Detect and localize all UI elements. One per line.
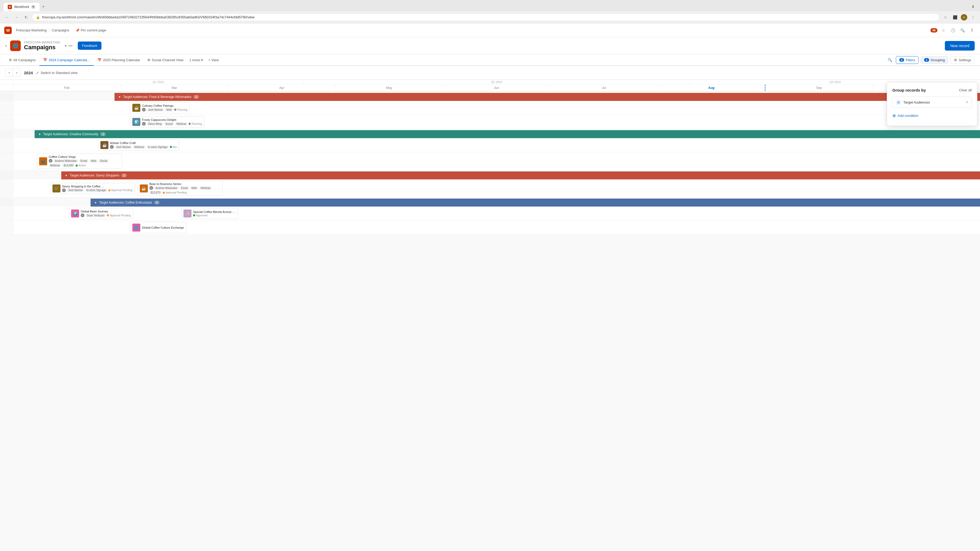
clear-all-btn[interactable]: Clear all — [959, 88, 972, 92]
vlogs-tag-email: Email — [79, 159, 88, 163]
view-tabs: ⊞ All Campaigns 📅 2024 Campaign Calenda.… — [0, 54, 980, 66]
chevron-down-savvy: ▼ — [65, 174, 68, 177]
back-btn[interactable]: ← — [3, 14, 11, 21]
bean-business-status-text: Approval Pending — [165, 191, 187, 194]
user-avatar[interactable]: U — [961, 14, 967, 21]
notification-badge[interactable]: 48 — [931, 28, 937, 32]
artisan-tags: J Jesh Barlow Webinar In-store Signage A… — [110, 145, 177, 149]
bean-business-tag-budget: $12,873 — [150, 191, 162, 194]
tab-2024-calendar[interactable]: 📅 2024 Campaign Calenda... — [40, 55, 94, 66]
culinary-status-dot — [174, 109, 176, 111]
tab-all-campaigns[interactable]: ⊞ All Campaigns — [5, 55, 40, 66]
menu-btn[interactable]: ⋮ — [969, 14, 977, 21]
group-savvy: ▼ Target Audiences: Savvy Shoppers 2 🛒 — [0, 171, 980, 197]
add-condition-btn[interactable]: ⊕ Add condition — [892, 111, 918, 120]
special-blends-card[interactable]: ✨ Special Coffee Blends Across the World… — [181, 208, 238, 219]
new-record-btn[interactable]: New record — [945, 41, 975, 51]
collapse-nav-btn[interactable]: ‹ — [5, 43, 7, 48]
new-tab-btn[interactable]: + — [40, 2, 46, 11]
vlogs-status-text: Active — [78, 164, 86, 167]
vlogs-thumb: 📹 — [39, 157, 47, 165]
group-creative-header-row: ▼ Target Audiences: Creative Community 2 — [0, 130, 980, 138]
global-bean-status-text: Approval Pending — [110, 214, 131, 217]
vlogs-items-area: 📹 Coffee Culture Vlogs A Andrew Watanabe… — [13, 152, 980, 170]
plus-circle-icon: ⊕ — [892, 113, 896, 118]
cal-prev-btn[interactable]: ‹ — [6, 69, 13, 76]
filters-btn[interactable]: 2 Filters — [896, 56, 919, 64]
campaigns-breadcrumb[interactable]: Campaigns — [52, 28, 70, 32]
brand-label[interactable]: Fréscopa Marketing — [16, 28, 46, 32]
calendar-icon-2: 📅 — [97, 58, 102, 62]
frosty-thumb: 🧊 — [132, 118, 140, 126]
page-subtitle: FRÉSCOPA MARKETING — [24, 41, 60, 44]
special-blends-status: Approved — [193, 214, 207, 217]
exchange-info: Global Coffee Culture Exchange — [142, 226, 184, 229]
row-vlogs: 📹 Coffee Culture Vlogs A Andrew Watanabe… — [0, 152, 980, 170]
extensions-btn[interactable]: ⬛ — [951, 14, 959, 21]
browser-chrome: W Workfront ✕ + ⬇ ← → ↻ 🔒 ☆ ⬛ U ⋮ — [0, 0, 980, 24]
add-view-btn[interactable]: + View — [206, 55, 221, 65]
group-enthusiasts-header-row: ▼ Target Audiences: Coffee Enthusiasts 4 — [0, 198, 980, 206]
vlogs-name: Coffee Culture Vlogs — [49, 155, 91, 158]
global-bean-assignee: Sose Yeritsyan — [86, 214, 106, 217]
month-feb: Feb — [13, 85, 121, 91]
savvy-shopping-avatar: J — [62, 189, 66, 192]
group-enthusiasts-header[interactable]: ▼ Target Audiences: Coffee Enthusiasts 4 — [91, 198, 980, 206]
culinary-tags: J Jesh Barlow Web Planning — [142, 108, 188, 111]
bean-business-tag-email: Email — [180, 186, 189, 190]
vlogs-card[interactable]: 📹 Coffee Culture Vlogs A Andrew Watanabe… — [37, 154, 122, 169]
filters-badge: 2 — [899, 58, 904, 62]
switch-view-btn[interactable]: ⤢ Switch to Standard view — [36, 71, 78, 75]
settings-btn[interactable]: ⚙ Settings — [950, 56, 975, 64]
apps-btn[interactable]: ⠿ — [968, 27, 976, 34]
month-may: May — [336, 85, 443, 91]
group-savvy-header[interactable]: ▼ Target Audiences: Savvy Shoppers 2 — [61, 171, 980, 179]
reload-btn[interactable]: ↻ — [22, 14, 30, 21]
title-dropdown-btn[interactable]: ▾ — [65, 44, 67, 48]
search-btn[interactable]: 🔍 — [959, 27, 966, 34]
bean-business-card[interactable]: ☕ Bean to Business Series A Andrew Watan… — [137, 181, 223, 196]
pin-label[interactable]: Pin current page — [81, 28, 106, 32]
exchange-card[interactable]: 🌐 Global Coffee Culture Exchange — [130, 222, 186, 233]
frosty-card[interactable]: 🧊 Frosty Cappuccino Delight S Steve Wing… — [130, 116, 204, 127]
group-food-header-row: ▼ Target Audiences: Food & Beverage Afic… — [0, 93, 980, 101]
address-bar[interactable]: 🔒 — [32, 13, 940, 21]
global-bean-status-dot — [107, 214, 109, 216]
month-aug: Aug — [658, 85, 765, 91]
culinary-card[interactable]: ☕ Culinary Coffee Pairings J Jesh Barlow… — [130, 102, 190, 113]
tab-2025-calendar[interactable]: 📅 2025 Planning Calendar — [94, 55, 144, 66]
savvy-shopping-card[interactable]: 🛒 Savvy Shopping in the Coffee Aisle Sav… — [50, 183, 135, 194]
close-tab-btn[interactable]: ✕ — [31, 5, 35, 9]
gear-icon: ⚙ — [954, 58, 957, 62]
title-more-btn[interactable]: ••• — [69, 44, 73, 48]
artisan-card[interactable]: ☕ Artisan Coffee Craft J Jesh Barlow Web… — [98, 140, 179, 151]
bookmark-btn[interactable]: ☆ — [942, 14, 949, 21]
url-input[interactable] — [42, 15, 935, 19]
tab-search-btn[interactable]: 🔍 — [886, 56, 894, 64]
global-bean-card[interactable]: 🌍 Global Bean Journey S Sose Yeritsyan — [69, 208, 133, 219]
tab-social-channel[interactable]: ⊞ Social Channel View — [144, 55, 187, 66]
row-enthusiasts-2: 🌐 Global Coffee Culture Exchange — [0, 221, 980, 235]
culinary-status-text: Planning — [177, 108, 188, 111]
page-header: ‹ 🌐 FRÉSCOPA MARKETING Campaigns ▾ ••• F… — [0, 37, 980, 54]
month-jul: Jul — [550, 85, 658, 91]
breadcrumb: Fréscopa Marketing / Campaigns — [16, 28, 69, 32]
favorites-btn[interactable]: ☆ — [940, 27, 947, 34]
feedback-btn[interactable]: Feedback — [78, 41, 102, 50]
group-enthusiasts-count: 4 — [154, 201, 159, 205]
condition-remove-btn[interactable]: × — [966, 100, 968, 105]
tab-2024-calendar-label: 2024 Campaign Calenda... — [49, 58, 90, 62]
artisan-status-text: Act — [173, 146, 177, 149]
frosty-status-dot — [189, 123, 191, 125]
calendar-main: Q1 2024 Q2 2024 Q3 2024 Feb Mar Apr May … — [0, 79, 980, 551]
forward-btn[interactable]: → — [13, 14, 20, 21]
artisan-tag-signage: In-store Signage — [147, 145, 169, 149]
grouping-btn[interactable]: 1 Grouping — [921, 56, 948, 64]
tab-extra-btn[interactable]: ⬇ — [969, 3, 977, 10]
cal-next-btn[interactable]: › — [13, 69, 21, 76]
group-food-header[interactable]: ▼ Target Audiences: Food & Beverage Afic… — [115, 93, 980, 101]
savvy-shopping-name: Savvy Shopping in the Coffee Aisle Savvy… — [62, 185, 105, 188]
history-btn[interactable]: 🕐 — [949, 27, 956, 34]
group-creative-header[interactable]: ▼ Target Audiences: Creative Community 2 — [35, 130, 980, 138]
view-more-btn[interactable]: 1 more ▾ — [187, 55, 205, 65]
